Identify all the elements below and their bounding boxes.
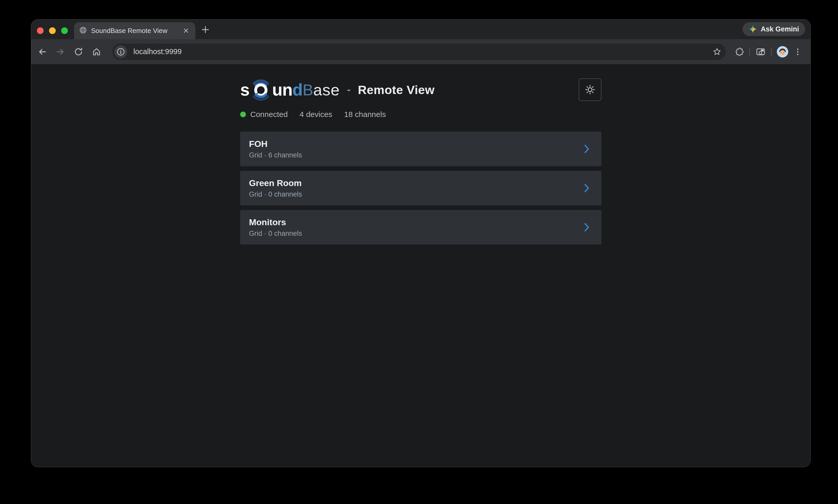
tab-search-icon <box>755 47 766 57</box>
browser-tab[interactable]: SoundBase Remote View <box>74 22 195 39</box>
minimize-window-button[interactable] <box>49 27 56 34</box>
toolbar-divider <box>750 48 750 56</box>
devices-count: 4 devices <box>300 110 332 119</box>
back-icon <box>37 47 48 57</box>
chevron-right-icon <box>583 144 591 154</box>
connection-status: Connected <box>240 110 288 119</box>
new-tab-button[interactable] <box>200 24 211 36</box>
channels-count: 18 channels <box>344 110 386 119</box>
logo-text-d: d <box>292 80 302 100</box>
group-meta: Grid · 6 channels <box>249 151 302 159</box>
group-meta: Grid · 0 channels <box>249 230 302 238</box>
browser-toolbar: localhost:9999 <box>31 39 810 64</box>
logo-text-s: s <box>240 80 250 100</box>
new-tab-icon <box>201 25 210 34</box>
status-bar: Connected 4 devices 18 channels <box>240 110 601 119</box>
group-row-foh[interactable]: FOH Grid · 6 channels <box>240 132 601 166</box>
globe-favicon-icon <box>79 26 87 35</box>
profile-avatar-face <box>777 46 788 57</box>
group-meta: Grid · 0 channels <box>249 191 302 198</box>
page-content: s un d B ase <box>31 64 810 467</box>
browser-menu-button[interactable] <box>792 46 804 58</box>
toolbar-divider <box>771 48 772 56</box>
forward-icon <box>55 47 66 57</box>
group-list: FOH Grid · 6 channels Green Room Grid · … <box>240 132 601 245</box>
group-row-green-room[interactable]: Green Room Grid · 0 channels <box>240 171 601 205</box>
bookmark-star-icon <box>712 47 722 56</box>
logo-text-ase: ase <box>313 80 340 99</box>
theme-toggle-button[interactable] <box>579 78 601 101</box>
theme-toggle-sun-icon <box>584 84 596 95</box>
back-button[interactable] <box>36 46 48 58</box>
menu-kebab-icon <box>793 47 802 56</box>
reload-icon <box>73 47 83 57</box>
group-name: FOH <box>249 139 302 149</box>
home-button[interactable] <box>90 46 102 58</box>
page-title: Remote View <box>358 83 434 97</box>
connection-label: Connected <box>250 110 288 119</box>
info-icon <box>117 48 125 56</box>
sound-wave-logo-icon <box>250 74 272 105</box>
browser-window: SoundBase Remote View <box>31 19 811 467</box>
gemini-spark-icon <box>749 25 757 33</box>
chevron-right-icon <box>583 183 591 193</box>
bookmark-button[interactable] <box>711 46 723 57</box>
ask-gemini-button[interactable]: Ask Gemini <box>742 22 805 36</box>
group-info: Green Room Grid · 0 channels <box>249 178 302 198</box>
group-info: Monitors Grid · 0 channels <box>249 217 302 238</box>
app-title-row: s un d B ase <box>240 74 434 105</box>
close-window-button[interactable] <box>37 27 44 34</box>
forward-button[interactable] <box>54 46 66 58</box>
traffic-lights <box>37 27 68 34</box>
reload-button[interactable] <box>72 46 84 58</box>
page-header: s un d B ase <box>240 74 601 105</box>
tab-search-button[interactable] <box>755 46 767 58</box>
address-bar[interactable]: localhost:9999 <box>112 43 726 60</box>
group-name: Green Room <box>249 178 302 188</box>
desktop-background: SoundBase Remote View <box>0 0 838 504</box>
chevron-right-icon <box>583 222 591 232</box>
ask-gemini-label: Ask Gemini <box>760 25 799 33</box>
tab-title: SoundBase Remote View <box>91 27 178 35</box>
logo-text-b: B <box>303 80 313 99</box>
tab-close-icon[interactable] <box>182 26 190 35</box>
url-text[interactable]: localhost:9999 <box>133 48 711 56</box>
logo-text-un: un <box>272 80 293 100</box>
soundbase-logo: s un d B ase <box>240 74 340 105</box>
profile-avatar[interactable] <box>777 46 788 57</box>
group-name: Monitors <box>249 217 302 227</box>
group-info: FOH Grid · 6 channels <box>249 139 302 159</box>
extensions-button[interactable] <box>733 46 745 58</box>
site-info-button[interactable] <box>114 46 127 58</box>
home-icon <box>91 47 101 57</box>
group-row-monitors[interactable]: Monitors Grid · 0 channels <box>240 210 601 245</box>
title-separator: - <box>347 84 350 96</box>
extensions-puzzle-icon <box>734 47 744 57</box>
connected-status-dot <box>240 112 246 117</box>
browser-titlebar: SoundBase Remote View <box>31 20 810 39</box>
zoom-window-button[interactable] <box>61 27 68 34</box>
